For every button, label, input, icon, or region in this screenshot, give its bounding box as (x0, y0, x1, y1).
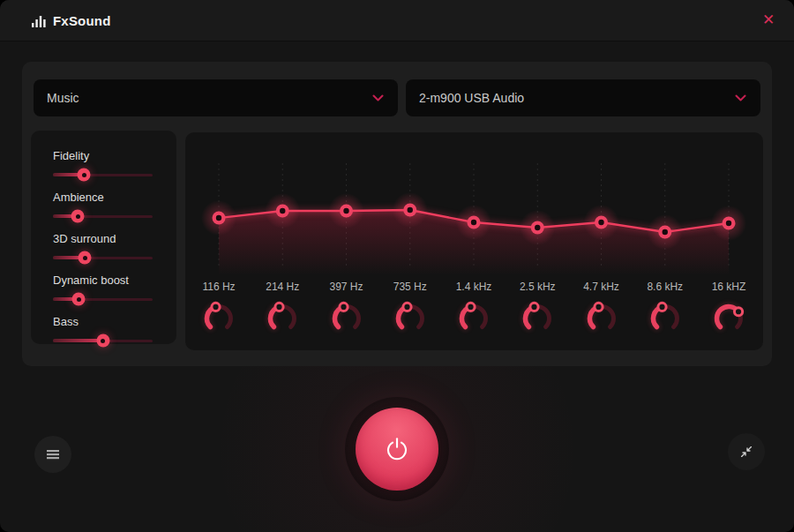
eq-band-735hz: 735 Hz (378, 281, 442, 338)
effect-label: Fidelity (53, 149, 176, 162)
hamburger-icon (45, 448, 61, 461)
effect-ambience: Ambience (53, 191, 176, 222)
knob-8-6khz[interactable] (645, 297, 685, 338)
chevron-down-icon (734, 93, 747, 103)
knob-1-4khz[interactable] (453, 297, 494, 338)
close-button[interactable]: ✕ (755, 7, 782, 34)
eq-band-16khz: 16 kHZ (697, 281, 760, 338)
equalizer-panel: 116 Hz 214 Hz 397 Hz 735 Hz 1.4 kHz 2.5 … (185, 132, 763, 350)
equalizer-bars-icon (32, 14, 47, 28)
band-freq-label: 397 Hz (329, 281, 363, 295)
band-freq-label: 1.4 kHz (456, 281, 492, 295)
collapse-arrows-icon (738, 443, 755, 461)
band-freq-label: 16 kHZ (712, 281, 746, 295)
effect-3d-surround: 3D surround (53, 232, 176, 264)
eq-band-397hz: 397 Hz (315, 281, 378, 338)
effect-label: Ambience (53, 191, 176, 204)
output-device-dropdown[interactable]: 2-m900 USB Audio (406, 79, 760, 116)
effects-panel: Fidelity Ambience 3D surround (31, 131, 176, 344)
band-freq-label: 4.7 kHz (583, 281, 619, 295)
slider-thumb[interactable] (71, 210, 85, 223)
slider-thumb[interactable] (96, 334, 109, 348)
chevron-down-icon (371, 93, 385, 103)
eq-band-4-7khz: 4.7 kHz (570, 281, 633, 338)
knob-735hz[interactable] (390, 297, 431, 338)
slider-dynamic-boost[interactable] (53, 293, 153, 305)
band-freq-label: 116 Hz (202, 281, 235, 295)
slider-thumb[interactable] (72, 293, 86, 306)
knob-4-7khz[interactable] (581, 297, 622, 338)
knob-214hz[interactable] (262, 297, 303, 338)
effect-fidelity: Fidelity (53, 149, 176, 181)
titlebar: FxSound ✕ (0, 0, 794, 41)
eq-band-116hz: 116 Hz (187, 281, 251, 338)
eq-band-214hz: 214 Hz (251, 281, 314, 338)
power-icon (384, 436, 410, 462)
effect-label: 3D surround (53, 232, 176, 245)
eq-band-1-4khz: 1.4 kHz (442, 281, 506, 338)
slider-ambience[interactable] (53, 210, 153, 222)
menu-button[interactable] (34, 436, 71, 473)
app-title: FxSound (53, 13, 111, 28)
effect-label: Bass (53, 315, 176, 328)
band-freq-label: 8.6 kHz (647, 281, 683, 295)
knob-397hz[interactable] (326, 297, 367, 338)
control-panel: Music 2-m900 USB Audio Fidelity A (22, 62, 772, 366)
slider-bass[interactable] (53, 334, 153, 347)
slider-fidelity[interactable] (53, 169, 153, 181)
app-logo: FxSound (32, 0, 111, 41)
collapse-button[interactable] (728, 433, 765, 470)
knob-116hz[interactable] (198, 297, 239, 338)
power-button[interactable] (356, 408, 438, 491)
knob-16khz[interactable] (708, 297, 749, 338)
close-icon: ✕ (762, 11, 775, 28)
slider-3d-surround[interactable] (53, 251, 153, 264)
slider-thumb[interactable] (78, 169, 91, 182)
band-freq-label: 214 Hz (266, 281, 299, 295)
fxsound-window: FxSound ✕ Music 2-m900 USB Audio Fidelit… (0, 0, 794, 532)
effect-dynamic-boost: Dynamic boost (53, 273, 176, 305)
knob-2-5khz[interactable] (517, 297, 558, 338)
effect-bass: Bass (53, 315, 176, 347)
effect-label: Dynamic boost (53, 273, 176, 287)
band-freq-label: 735 Hz (393, 281, 427, 295)
slider-thumb[interactable] (79, 251, 92, 265)
preset-selected-value: Music (47, 91, 79, 105)
eq-band-8-6khz: 8.6 kHz (633, 281, 697, 338)
band-freq-label: 2.5 kHz (520, 281, 556, 295)
preset-dropdown[interactable]: Music (34, 79, 398, 116)
eq-band-2-5khz: 2.5 kHz (506, 281, 569, 338)
device-selected-value: 2-m900 USB Audio (419, 91, 524, 105)
